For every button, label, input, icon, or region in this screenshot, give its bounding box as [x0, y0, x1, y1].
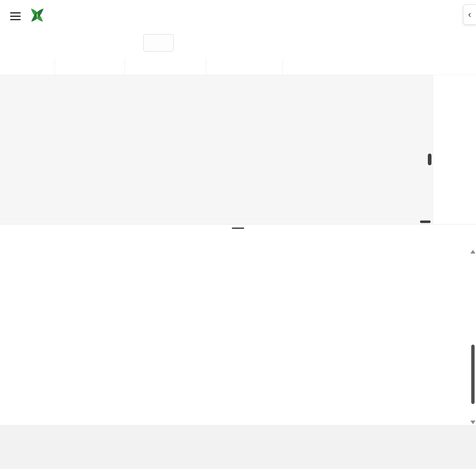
scroll-down-icon[interactable] [470, 421, 475, 424]
chevron-left-icon: ‹ [468, 9, 471, 19]
dropdown-caret-icon[interactable]: ▼ [127, 40, 131, 45]
splitter-handle[interactable] [232, 227, 244, 229]
tab-pyproject-toml[interactable] [206, 58, 283, 75]
code-editor[interactable] [0, 75, 433, 224]
tab-main-py[interactable] [0, 58, 55, 75]
reset-button[interactable] [143, 34, 174, 52]
tab-notebook-py[interactable] [55, 58, 125, 75]
collapse-panel-button[interactable]: ‹ [463, 4, 476, 25]
plot-output [6, 258, 307, 425]
status-strip [0, 425, 476, 469]
app-header: ‹ [0, 0, 476, 34]
scroll-up-icon[interactable] [470, 250, 475, 254]
run-cell-advance-button[interactable]: ▼ [9, 34, 139, 52]
editor-horizontal-scrollbar-thumb[interactable] [420, 220, 431, 223]
output-panel [0, 234, 476, 425]
right-rail [433, 75, 476, 224]
output-scrollbar[interactable] [470, 250, 475, 424]
file-tab-bar [0, 58, 476, 75]
menu-icon[interactable] [10, 12, 21, 21]
jointplot-figure [6, 258, 307, 425]
output-scrollbar-thumb[interactable] [471, 345, 475, 404]
play-icon [17, 39, 24, 47]
output-tab-bar [0, 234, 476, 240]
tab-requirements-txt[interactable] [125, 58, 206, 75]
xlwings-logo [28, 7, 46, 24]
panel-splitter[interactable] [0, 224, 476, 234]
editor-vertical-scrollbar-thumb[interactable] [428, 154, 431, 165]
